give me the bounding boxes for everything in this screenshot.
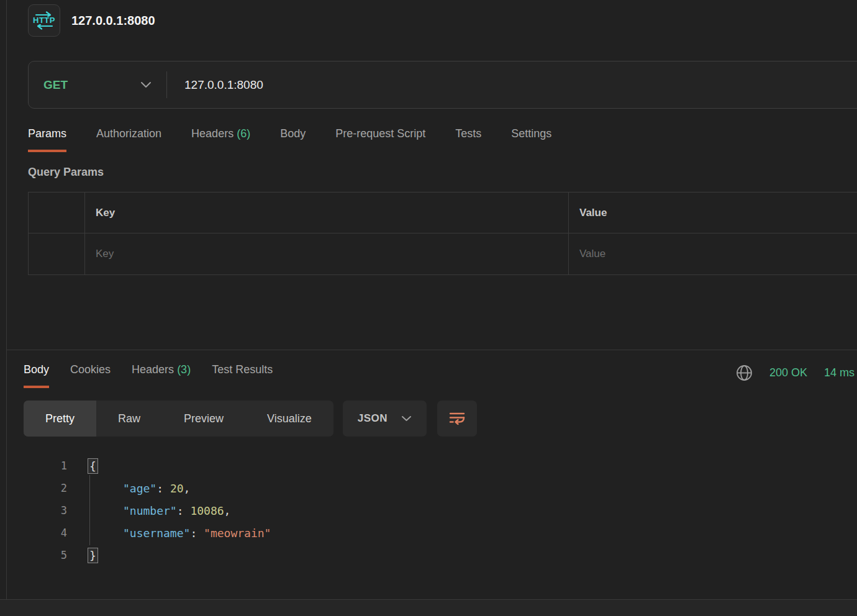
open-brace-token[interactable]: { bbox=[88, 458, 98, 474]
response-tab-headers[interactable]: Headers (3) bbox=[132, 363, 191, 388]
code-line: 5 } bbox=[24, 544, 857, 566]
view-mode-segmented-control: Pretty Raw Preview Visualize bbox=[24, 401, 333, 437]
json-string-value: "meowrain" bbox=[204, 527, 271, 540]
key-column-header: Key bbox=[84, 192, 568, 233]
line-number: 3 bbox=[24, 504, 67, 517]
chevron-down-icon bbox=[140, 81, 152, 88]
network-globe-icon[interactable] bbox=[736, 365, 753, 381]
json-number-value: 20 bbox=[170, 482, 184, 495]
method-dropdown[interactable]: GET bbox=[29, 61, 166, 108]
response-tabs: Body Cookies Headers (3) Test Results bbox=[24, 363, 273, 388]
code-line: 4 "username": "meowrain" bbox=[24, 522, 857, 544]
request-title-row: HTTP 127.0.0.1:8080 bbox=[28, 4, 857, 37]
line-number: 1 bbox=[24, 460, 67, 472]
json-key: "username" bbox=[123, 527, 190, 540]
json-number-value: 10086 bbox=[190, 504, 224, 517]
response-header: Body Cookies Headers (3) Test Results 20… bbox=[7, 363, 857, 388]
code-line: 3 "number": 10086, bbox=[24, 499, 857, 522]
response-tab-cookies[interactable]: Cookies bbox=[70, 363, 111, 388]
response-body-viewer[interactable]: 1 { 2 "age": 20, 3 "number": 10086, 4 "u… bbox=[7, 455, 857, 566]
wrap-text-icon bbox=[448, 411, 466, 426]
request-tabs: Params Authorization Headers (6) Body Pr… bbox=[28, 127, 857, 152]
http-request-icon: HTTP bbox=[28, 4, 60, 37]
code-line: 2 "age": 20, bbox=[24, 477, 857, 499]
postman-app-window: HTTP 127.0.0.1:8080 GET Params Authoriza… bbox=[0, 0, 857, 616]
format-dropdown[interactable]: JSON bbox=[343, 401, 427, 437]
value-input[interactable] bbox=[569, 248, 857, 260]
query-params-title: Query Params bbox=[28, 166, 857, 179]
line-number: 2 bbox=[24, 482, 67, 494]
response-meta: 200 OK 14 ms bbox=[736, 365, 857, 381]
value-column-header: Value bbox=[568, 192, 857, 233]
row-select-cell bbox=[29, 233, 84, 274]
view-tab-visualize[interactable]: Visualize bbox=[245, 401, 333, 437]
http-icon-label: HTTP bbox=[33, 17, 55, 24]
tab-body[interactable]: Body bbox=[280, 127, 306, 152]
code-line: 1 { bbox=[24, 455, 857, 477]
view-tab-pretty[interactable]: Pretty bbox=[24, 401, 96, 437]
tab-pre-request-script[interactable]: Pre-request Script bbox=[335, 127, 425, 152]
headers-count-badge: (6) bbox=[237, 127, 250, 140]
status-bar bbox=[0, 599, 857, 616]
response-tab-test-results[interactable]: Test Results bbox=[212, 363, 273, 388]
request-response-panel: HTTP 127.0.0.1:8080 GET Params Authoriza… bbox=[6, 0, 857, 599]
tab-authorization[interactable]: Authorization bbox=[96, 127, 161, 152]
query-params-table: Key Value bbox=[28, 192, 857, 275]
line-number: 5 bbox=[24, 549, 67, 561]
tab-params[interactable]: Params bbox=[28, 127, 66, 152]
request-response-divider[interactable] bbox=[7, 350, 857, 350]
tab-tests[interactable]: Tests bbox=[455, 127, 481, 152]
close-brace-token[interactable]: } bbox=[88, 548, 98, 563]
value-input-cell bbox=[568, 233, 857, 274]
chevron-down-icon bbox=[401, 415, 412, 422]
json-key: "age" bbox=[123, 482, 156, 495]
tab-settings[interactable]: Settings bbox=[511, 127, 551, 152]
url-input[interactable] bbox=[167, 61, 857, 108]
wrap-text-button[interactable] bbox=[437, 401, 477, 437]
json-key: "number" bbox=[123, 504, 177, 517]
url-bar: GET bbox=[28, 61, 857, 109]
view-tab-raw[interactable]: Raw bbox=[96, 401, 162, 437]
response-time[interactable]: 14 ms bbox=[824, 366, 855, 379]
tab-headers[interactable]: Headers (6) bbox=[191, 127, 250, 152]
line-number: 4 bbox=[24, 527, 67, 539]
method-label: GET bbox=[43, 78, 68, 92]
key-input[interactable] bbox=[85, 248, 568, 260]
key-input-cell bbox=[84, 233, 568, 274]
view-tab-preview[interactable]: Preview bbox=[162, 401, 245, 437]
request-title: 127.0.0.1:8080 bbox=[71, 14, 155, 28]
response-headers-count-badge: (3) bbox=[177, 363, 191, 376]
row-select-header-cell bbox=[29, 192, 84, 233]
response-tab-body[interactable]: Body bbox=[24, 363, 49, 388]
format-dropdown-label: JSON bbox=[358, 412, 388, 425]
response-view-controls: Pretty Raw Preview Visualize JSON bbox=[7, 401, 857, 437]
indent-guide bbox=[89, 475, 90, 545]
arrow-left-icon bbox=[35, 24, 53, 30]
status-badge[interactable]: 200 OK bbox=[769, 366, 807, 379]
